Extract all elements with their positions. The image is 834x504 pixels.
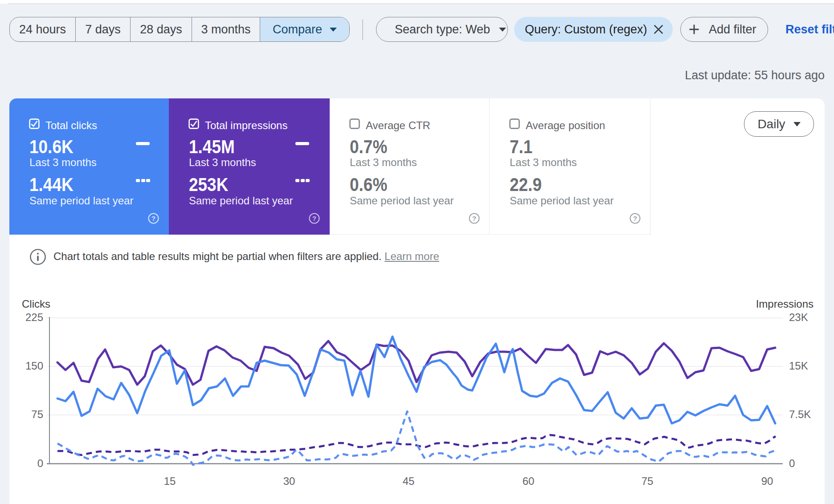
svg-text:7.5K: 7.5K <box>789 408 811 420</box>
svg-text:15: 15 <box>164 475 176 487</box>
svg-text:Impressions: Impressions <box>756 298 814 310</box>
svg-text:90: 90 <box>761 475 773 487</box>
svg-text:75: 75 <box>31 408 43 420</box>
svg-text:23K: 23K <box>789 311 808 323</box>
svg-text:0: 0 <box>789 457 795 469</box>
svg-text:150: 150 <box>25 360 43 372</box>
svg-text:Clicks: Clicks <box>22 298 50 310</box>
svg-text:45: 45 <box>403 475 415 487</box>
svg-text:?: ? <box>472 215 476 222</box>
svg-text:0: 0 <box>37 457 43 469</box>
svg-text:15K: 15K <box>789 360 808 372</box>
svg-text:?: ? <box>151 215 155 222</box>
svg-text:60: 60 <box>523 475 535 487</box>
svg-text:?: ? <box>312 215 316 222</box>
svg-text:75: 75 <box>642 475 654 487</box>
svg-text:30: 30 <box>283 475 295 487</box>
svg-text:?: ? <box>633 215 637 222</box>
svg-text:225: 225 <box>25 311 43 323</box>
